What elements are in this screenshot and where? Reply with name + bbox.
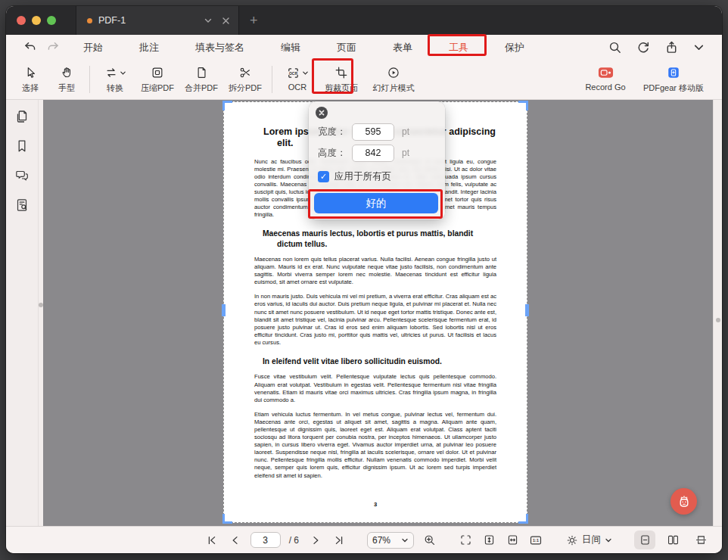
compress-pdf-button[interactable]: 压缩PDF	[135, 64, 179, 94]
scrollbar-track[interactable]	[713, 100, 722, 526]
first-page-icon[interactable]	[204, 532, 220, 549]
hand-icon	[60, 65, 73, 80]
crop-handle-bottom-left[interactable]	[222, 514, 232, 524]
play-circle-icon	[387, 65, 400, 80]
crop-handle-top-right[interactable]	[518, 101, 528, 110]
height-input[interactable]	[352, 145, 394, 162]
redo-icon[interactable]	[46, 40, 61, 54]
two-page-view-button[interactable]	[662, 530, 683, 549]
sync-icon[interactable]	[636, 40, 651, 55]
thumbnail-panel-splitter[interactable]	[38, 100, 43, 526]
width-row: 宽度： pt	[318, 121, 436, 142]
ok-button[interactable]: 好的	[314, 193, 438, 213]
zoom-in-icon[interactable]	[421, 532, 437, 549]
page-total-label: / 6	[289, 535, 299, 546]
bookmarks-icon[interactable]	[14, 138, 30, 154]
search-document-icon[interactable]	[14, 198, 30, 213]
zoom-level-dropdown[interactable]: 67%	[367, 532, 414, 549]
doc-paragraph-4: Fusce vitae vestibulum velit. Pellentesq…	[254, 373, 496, 403]
unsaved-dot-icon	[87, 18, 92, 23]
new-tab-button[interactable]: +	[239, 13, 269, 29]
record-go-button[interactable]: Record Go	[577, 64, 634, 92]
menu-item-home[interactable]: 开始	[83, 41, 103, 54]
menu-item-page[interactable]: 页面	[337, 41, 356, 54]
apply-all-pages-checkbox-row[interactable]: ✓ 应用于所有页	[318, 170, 436, 183]
page-number-input[interactable]	[250, 532, 281, 548]
search-icon[interactable]	[608, 40, 622, 54]
main-body: Lorem ipsum dolor sit amet, consectetur …	[6, 100, 722, 526]
display-mode-chevron-icon	[605, 537, 612, 544]
fit-page-icon[interactable]	[457, 532, 474, 549]
single-page-view-button[interactable]	[634, 530, 655, 549]
continuous-scroll-view-button[interactable]	[690, 530, 711, 549]
width-input[interactable]	[352, 123, 394, 141]
document-tab[interactable]: PDF-1	[76, 6, 239, 35]
display-mode-dropdown[interactable]: 日间	[566, 534, 612, 546]
pdfgear-mobile-button[interactable]: PDFgear 移动版	[634, 64, 713, 94]
crop-handle-left[interactable]	[222, 304, 226, 316]
crop-pages-button[interactable]: 剪裁页面	[318, 64, 365, 94]
last-page-icon[interactable]	[331, 532, 347, 549]
next-page-icon[interactable]	[307, 532, 324, 549]
traffic-lights	[6, 16, 67, 25]
zoom-chevron-icon	[401, 537, 409, 544]
select-tool-button[interactable]: 选择	[12, 64, 48, 94]
apply-all-checkbox[interactable]: ✓	[318, 171, 329, 182]
merge-icon	[194, 65, 208, 80]
menu-items: 开始 批注 填表与签名 编辑 页面 表单 工具 保护	[83, 41, 524, 54]
share-icon[interactable]	[664, 40, 679, 54]
ai-robot-assistant-button[interactable]	[670, 488, 697, 515]
display-mode-label: 日间	[582, 534, 601, 546]
merge-pdf-button[interactable]: 合并PDF	[179, 64, 223, 94]
ocr-chevron-icon	[302, 70, 309, 76]
convert-button[interactable]: 转换	[95, 64, 135, 94]
compress-icon	[151, 65, 164, 80]
screen: PDF-1 + 开始 批注 填表与签名 编辑	[0, 0, 728, 560]
menu-item-annotate[interactable]: 批注	[139, 41, 159, 54]
width-label: 宽度：	[318, 126, 352, 138]
status-bar: / 6 67%	[6, 526, 722, 553]
undo-icon[interactable]	[23, 40, 37, 54]
crop-pages-dialog: 宽度： pt 高度： pt ✓ 应用于所有页 好的	[309, 101, 445, 219]
toolbar-divider	[272, 66, 272, 93]
doc-heading-2: Maecenas mauris lectus, lobortis et puru…	[254, 229, 496, 249]
minimize-window-button[interactable]	[32, 16, 41, 25]
document-canvas: Lorem ipsum dolor sit amet, consectetur …	[43, 100, 713, 526]
split-pdf-button[interactable]: 拆分PDF	[223, 64, 267, 94]
fit-height-icon[interactable]	[481, 532, 497, 549]
slideshow-mode-button[interactable]: 幻灯片模式	[365, 64, 422, 94]
menu-item-form[interactable]: 表单	[393, 41, 412, 54]
fit-width-icon[interactable]	[504, 532, 521, 549]
crop-handle-bottom-right[interactable]	[518, 514, 528, 524]
actual-size-icon[interactable]: 1:1	[527, 532, 544, 549]
zoom-window-button[interactable]	[47, 16, 56, 25]
tab-close-icon[interactable]	[221, 16, 231, 26]
convert-chevron-icon	[120, 70, 126, 76]
menu-item-tools[interactable]: 工具	[449, 41, 468, 54]
menu-item-edit[interactable]: 编辑	[281, 41, 300, 54]
crop-handle-top-left[interactable]	[222, 101, 232, 110]
doc-paragraph-5: Etiam vehicula luctus fermentum. In vel …	[254, 411, 496, 480]
dialog-close-button[interactable]	[316, 107, 328, 119]
crop-handle-right[interactable]	[525, 304, 529, 316]
ocr-icon: OCR	[286, 66, 300, 80]
height-row: 高度： pt	[318, 142, 436, 163]
svg-text:OCR: OCR	[289, 71, 297, 75]
menu-item-protect[interactable]: 保护	[505, 41, 524, 54]
toolbar-divider	[89, 66, 90, 93]
comments-icon[interactable]	[14, 168, 30, 183]
previous-page-icon[interactable]	[227, 532, 244, 549]
doc-heading-3: In eleifend velit vitae libero sollicitu…	[254, 356, 496, 366]
collapse-toolbar-chevron-icon[interactable]	[692, 41, 705, 54]
left-sidebar	[6, 100, 38, 526]
close-window-button[interactable]	[17, 16, 26, 25]
app-window: PDF-1 + 开始 批注 填表与签名 编辑	[6, 6, 722, 553]
menu-item-fill-sign[interactable]: 填表与签名	[195, 41, 244, 54]
ocr-button[interactable]: OCR OCR	[277, 64, 318, 92]
scrollbar-handle[interactable]	[716, 318, 720, 322]
hand-tool-button[interactable]: 手型	[48, 64, 85, 94]
page-thumbnails-icon[interactable]	[14, 109, 30, 124]
mobile-phone-icon	[667, 65, 680, 80]
tools-toolbar: 选择 手型 转换	[6, 60, 722, 100]
tab-chevron-down-icon[interactable]	[203, 15, 213, 26]
